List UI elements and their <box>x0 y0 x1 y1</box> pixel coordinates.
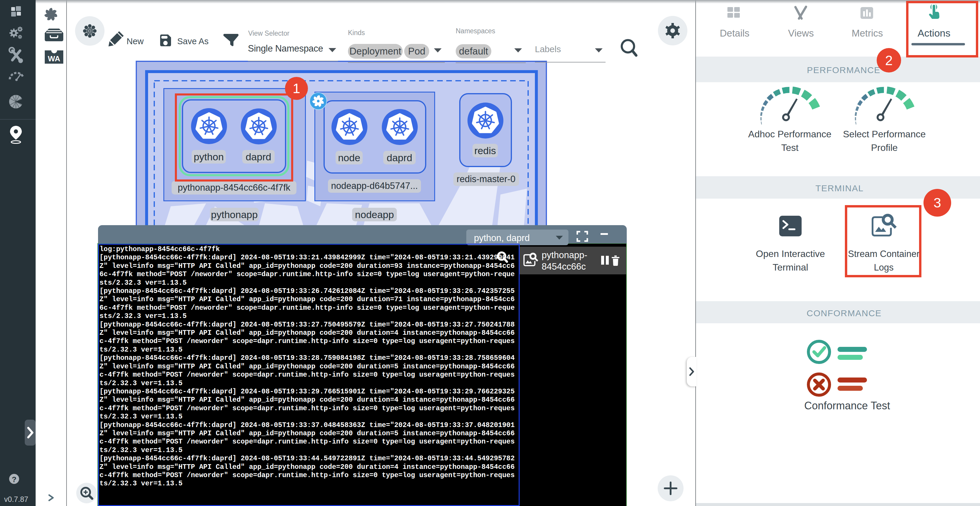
svg-text:?: ? <box>12 475 16 484</box>
